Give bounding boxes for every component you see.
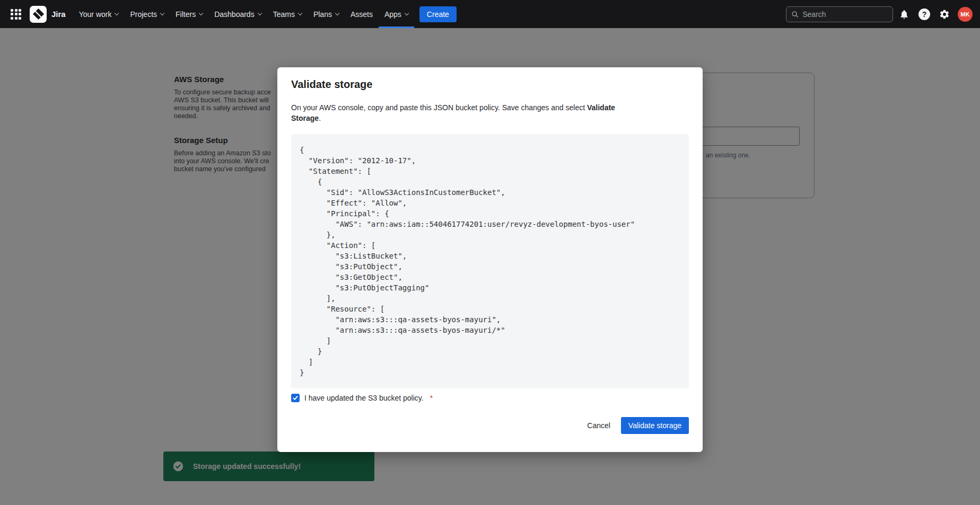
gear-icon [939,9,950,20]
nav-item-plans[interactable]: Plans [308,0,345,28]
nav-item-projects[interactable]: Projects [124,0,170,28]
nav-item-your-work[interactable]: Your work [73,0,125,28]
chevron-down-icon [405,11,409,15]
bell-icon [899,9,909,20]
chevron-down-icon [199,11,203,15]
checkmark-icon [292,395,299,401]
search-input[interactable] [802,10,888,19]
help-button[interactable]: ? [915,5,933,23]
global-search[interactable] [786,6,893,22]
dialog-footer: Cancel Validate storage [291,417,689,434]
app-switcher-icon[interactable] [7,6,24,23]
create-button[interactable]: Create [419,6,457,22]
help-icon: ? [918,8,930,20]
product-name: Jira [51,10,66,19]
chevron-down-icon [335,11,339,15]
top-navbar: Jira Your work Projects Filters Dashboar… [0,0,980,28]
dialog-title: Validate storage [291,78,689,91]
policy-updated-checkbox[interactable] [291,394,300,402]
chevron-down-icon [257,11,261,15]
required-asterisk: * [430,394,433,402]
validate-storage-button[interactable]: Validate storage [621,417,689,434]
bucket-policy-code-block: { "Version": "2012-10-17", "Statement": … [291,134,689,388]
bucket-policy-json: { "Version": "2012-10-17", "Statement": … [300,145,680,378]
jira-mark-icon [32,8,43,20]
nav-item-apps[interactable]: Apps [379,0,414,28]
search-icon [791,10,799,19]
nav-item-filters[interactable]: Filters [170,0,208,28]
checkbox-label[interactable]: I have updated the S3 bucket policy. [304,394,424,402]
cancel-button[interactable]: Cancel [581,417,617,434]
settings-button[interactable] [935,5,953,23]
chevron-down-icon [115,11,119,15]
policy-confirmation-row: I have updated the S3 bucket policy. * [291,394,689,402]
nav-item-teams[interactable]: Teams [267,0,308,28]
notifications-button[interactable] [895,5,913,23]
nav-item-assets[interactable]: Assets [345,0,379,28]
dialog-instructions: On your AWS console, copy and paste this… [291,102,631,123]
chevron-down-icon [298,11,302,15]
nav-item-dashboards[interactable]: Dashboards [208,0,267,28]
jira-logo[interactable] [30,6,47,23]
user-avatar[interactable]: MK [958,7,973,22]
validate-storage-dialog: Validate storage On your AWS console, co… [277,67,703,452]
chevron-down-icon [160,11,164,15]
